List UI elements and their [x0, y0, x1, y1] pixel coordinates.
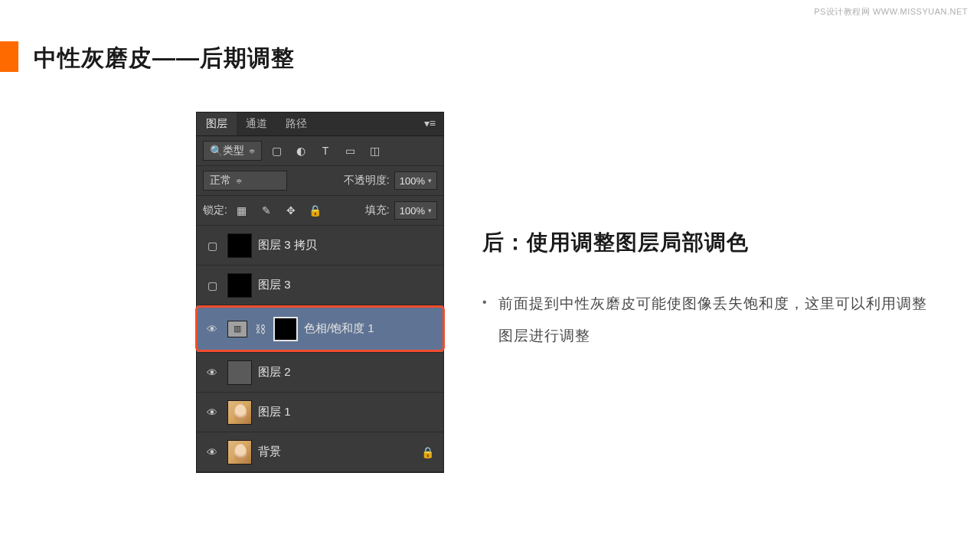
lock-all-icon[interactable]: 🔒 — [305, 201, 325, 220]
layer-name: 背景 — [258, 445, 281, 459]
visibility-toggle[interactable]: ▢ — [203, 279, 221, 292]
filter-smart-icon[interactable]: ◫ — [364, 141, 384, 161]
filter-pixel-icon[interactable]: ▢ — [266, 141, 286, 161]
tab-layers[interactable]: 图层 — [197, 112, 237, 135]
lock-move-icon[interactable]: ✥ — [281, 201, 301, 220]
filter-kind-label: 类型 — [223, 144, 244, 158]
layer-thumb — [227, 233, 252, 258]
title-accent-bar — [0, 41, 18, 72]
layer-row[interactable]: 👁 背景 🔒 — [197, 432, 443, 472]
visibility-toggle[interactable]: 👁 — [203, 406, 221, 419]
layer-thumb — [227, 273, 252, 298]
filter-row: 🔍 类型 ≑ ▢ ◐ T ▭ ◫ — [197, 136, 443, 166]
watermark-text: PS设计教程网 WWW.MISSYUAN.NET — [814, 6, 968, 18]
filter-shape-icon[interactable]: ▭ — [340, 141, 360, 161]
layer-name: 图层 1 — [258, 405, 291, 419]
bullet-dot-icon: • — [482, 288, 488, 352]
lock-row: 锁定: ▦ ✎ ✥ 🔒 填充: 100% ▾ — [197, 196, 443, 226]
opacity-value-text: 100% — [400, 175, 425, 187]
blend-mode-select[interactable]: 正常 ≑ — [203, 171, 287, 191]
chevron-down-icon: ≑ — [249, 147, 255, 155]
bullet-text: 前面提到中性灰磨皮可能使图像丢失饱和度，这里可以利用调整图层进行调整 — [498, 288, 942, 352]
panel-menu-icon[interactable]: ▾≡ — [416, 112, 443, 135]
visibility-toggle[interactable]: 👁 — [203, 446, 221, 458]
layer-row[interactable]: ▢ 图层 3 拷贝 — [197, 226, 443, 266]
filter-type-icon[interactable]: T — [315, 141, 335, 161]
explanation-heading: 后：使用调整图层局部调色 — [482, 228, 942, 257]
layer-thumb — [227, 360, 252, 385]
layer-row[interactable]: 👁 图层 1 — [197, 393, 443, 432]
search-icon: 🔍 — [210, 145, 223, 157]
layer-list: ▢ 图层 3 拷贝 ▢ 图层 3 👁 ▥ ⛓ 色相/饱和度 1 👁 图层 2 👁… — [197, 226, 443, 472]
bullet-item: • 前面提到中性灰磨皮可能使图像丢失饱和度，这里可以利用调整图层进行调整 — [482, 288, 942, 352]
opacity-value[interactable]: 100% ▾ — [394, 171, 437, 190]
blend-row: 正常 ≑ 不透明度: 100% ▾ — [197, 166, 443, 196]
lock-label: 锁定: — [203, 204, 227, 217]
layer-thumb — [227, 440, 252, 465]
explanation-block: 后：使用调整图层局部调色 • 前面提到中性灰磨皮可能使图像丢失饱和度，这里可以利… — [482, 228, 942, 352]
visibility-toggle[interactable]: 👁 — [203, 367, 221, 379]
lock-transparency-icon[interactable]: ▦ — [232, 201, 252, 220]
layer-name: 色相/饱和度 1 — [304, 321, 374, 336]
filter-adjustment-icon[interactable]: ◐ — [291, 141, 311, 161]
tab-channels[interactable]: 通道 — [237, 112, 276, 135]
chevron-down-icon: ▾ — [428, 207, 432, 214]
fill-value-text: 100% — [400, 205, 425, 217]
fill-value[interactable]: 100% ▾ — [394, 201, 437, 220]
fill-label: 填充: — [365, 204, 390, 217]
tab-paths[interactable]: 路径 — [276, 112, 316, 135]
blend-mode-value: 正常 — [210, 174, 231, 187]
layer-name: 图层 3 — [258, 278, 291, 292]
opacity-label: 不透明度: — [344, 174, 390, 187]
lock-icon: 🔒 — [421, 446, 437, 458]
filter-kind-select[interactable]: 🔍 类型 ≑ — [203, 141, 262, 161]
panel-tab-bar: 图层 通道 路径 ▾≡ — [197, 112, 443, 136]
photoshop-layers-panel: 图层 通道 路径 ▾≡ 🔍 类型 ≑ ▢ ◐ T ▭ ◫ 正常 ≑ 不透明度: … — [196, 112, 444, 473]
layer-row[interactable]: 👁 图层 2 — [197, 353, 443, 393]
visibility-toggle[interactable]: ▢ — [203, 240, 221, 252]
layer-name: 图层 2 — [258, 365, 291, 380]
mask-link-icon[interactable]: ⛓ — [253, 323, 267, 335]
layer-mask-thumb — [273, 317, 298, 341]
slide-title: 中性灰磨皮——后期调整 — [34, 43, 295, 74]
chevron-down-icon: ▾ — [428, 177, 432, 184]
layer-thumb — [227, 400, 252, 425]
hue-saturation-adjustment-icon: ▥ — [227, 321, 247, 337]
lock-brush-icon[interactable]: ✎ — [256, 201, 276, 220]
visibility-toggle[interactable]: 👁 — [203, 323, 221, 335]
layer-name: 图层 3 拷贝 — [258, 238, 317, 253]
chevron-down-icon: ≑ — [236, 177, 242, 185]
layer-row-selected[interactable]: 👁 ▥ ⛓ 色相/饱和度 1 — [197, 305, 443, 353]
layer-row[interactable]: ▢ 图层 3 — [197, 266, 443, 305]
